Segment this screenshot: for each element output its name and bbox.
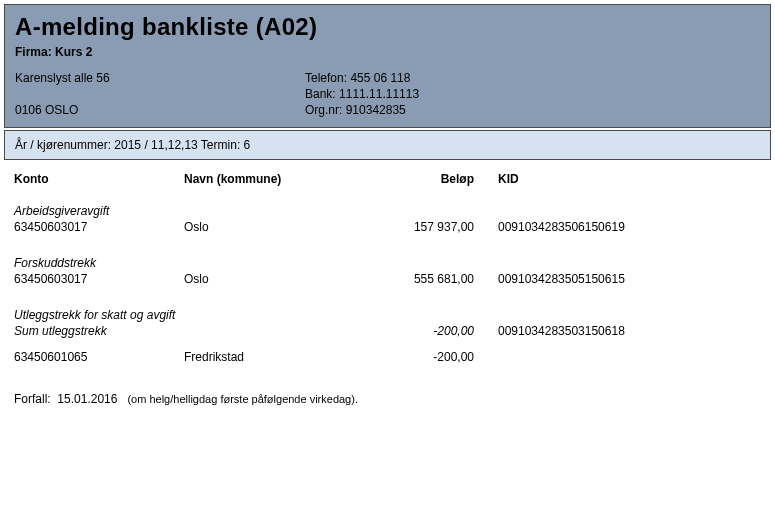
table-row: 63450603017 Oslo 555 681,00 009103428350… — [14, 272, 761, 286]
cell-konto: 63450603017 — [14, 272, 184, 286]
table-row: 63450603017 Oslo 157 937,00 009103428350… — [14, 220, 761, 234]
col-konto: Konto — [14, 172, 184, 186]
table-row: 63450601065 Fredrikstad -200,00 — [14, 350, 761, 364]
cell-kid: 0091034283505150615 — [494, 272, 744, 286]
cell-kid: 0091034283506150619 — [494, 220, 744, 234]
firma-label: Firma: — [15, 45, 52, 59]
forfall-date: 15.01.2016 — [57, 392, 117, 406]
utlegg-sum-label: Sum utleggstrekk — [14, 324, 394, 338]
section-label-arbeidsgiveravgift: Arbeidsgiveravgift — [14, 204, 761, 218]
report-title: A-melding bankliste (A02) — [15, 13, 760, 41]
firma-line: Firma: Kurs 2 — [15, 45, 760, 59]
telefon-value: 455 06 118 — [350, 71, 410, 85]
column-headers: Konto Navn (kommune) Beløp KID — [14, 172, 761, 186]
report-body: Konto Navn (kommune) Beløp KID Arbeidsgi… — [0, 162, 775, 412]
address-line2: 0106 OSLO — [15, 103, 305, 117]
utlegg-sum-kid: 0091034283503150618 — [494, 324, 744, 338]
orgnr-line: Org.nr: 910342835 — [305, 103, 760, 117]
cell-belop: 555 681,00 — [394, 272, 494, 286]
col-belop: Beløp — [394, 172, 494, 186]
col-kid: KID — [494, 172, 744, 186]
cell-navn: Fredrikstad — [184, 350, 394, 364]
forfall-label: Forfall: — [14, 392, 51, 406]
cell-belop: -200,00 — [394, 350, 494, 364]
report-params: År / kjørenummer: 2015 / 11,12,13 Termin… — [4, 130, 771, 160]
forfall-hint: (om helg/helligdag første påfølgende vir… — [127, 393, 358, 405]
firma-name: Kurs 2 — [55, 45, 92, 59]
section-label-utlegg: Utleggstrekk for skatt og avgift — [14, 308, 761, 322]
bank-value: 1111.11.11113 — [339, 87, 419, 101]
cell-belop: 157 937,00 — [394, 220, 494, 234]
section-label-forskuddstrekk: Forskuddstrekk — [14, 256, 761, 270]
cell-navn: Oslo — [184, 220, 394, 234]
telefon-label: Telefon: — [305, 71, 347, 85]
cell-konto: 63450601065 — [14, 350, 184, 364]
address-empty — [15, 87, 305, 101]
orgnr-value: 910342835 — [346, 103, 406, 117]
bank-line: Bank: 1111.11.11113 — [305, 87, 760, 101]
company-info-grid: Karenslyst alle 56 Telefon: 455 06 118 B… — [15, 71, 760, 117]
address-line1: Karenslyst alle 56 — [15, 71, 305, 85]
cell-navn: Oslo — [184, 272, 394, 286]
bank-label: Bank: — [305, 87, 336, 101]
orgnr-label: Org.nr: — [305, 103, 342, 117]
forfall-line: Forfall: 15.01.2016 (om helg/helligdag f… — [14, 392, 761, 406]
utlegg-sum-row: Sum utleggstrekk -200,00 009103428350315… — [14, 324, 761, 338]
col-navn: Navn (kommune) — [184, 172, 394, 186]
telefon-line: Telefon: 455 06 118 — [305, 71, 760, 85]
report-header: A-melding bankliste (A02) Firma: Kurs 2 … — [4, 4, 771, 128]
utlegg-sum-belop: -200,00 — [394, 324, 494, 338]
params-text: År / kjørenummer: 2015 / 11,12,13 Termin… — [15, 138, 250, 152]
cell-konto: 63450603017 — [14, 220, 184, 234]
